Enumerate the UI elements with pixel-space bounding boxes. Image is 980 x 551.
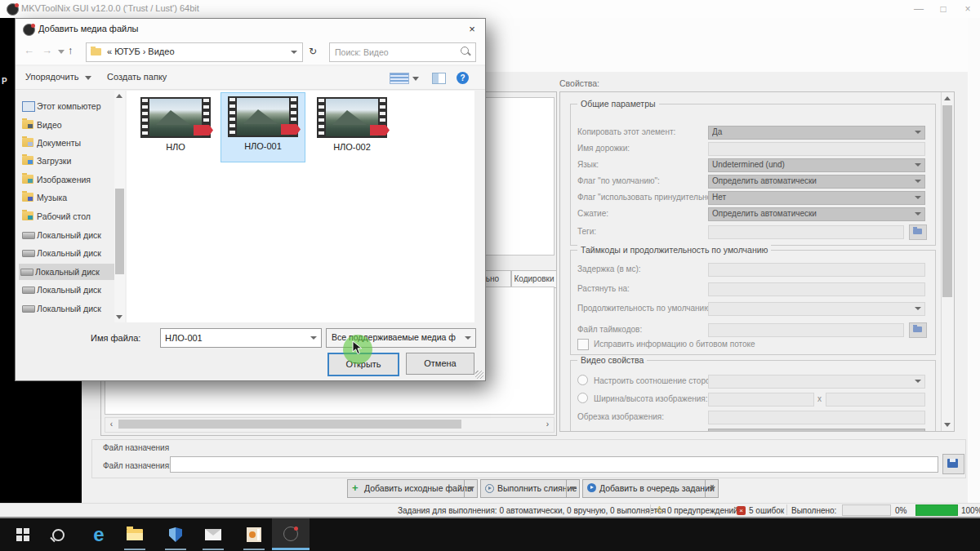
sidebar-item-downloads[interactable]: Загрузки [20,153,114,169]
disk-icon [20,269,33,276]
add-source-files-button[interactable]: + Добавить исходные файлы [347,479,478,498]
stretch-input[interactable] [708,282,925,296]
organize-menu[interactable]: Упорядочить [25,72,91,82]
scrollbar-thumb[interactable] [942,105,952,297]
dropdown-split[interactable] [464,480,477,497]
properties-panel: Общие параметры Копировать этот элемент:… [559,91,955,432]
history-chevron-icon[interactable] [58,50,65,54]
sidebar-item-music[interactable]: Музыка [20,189,114,206]
search-box[interactable] [329,42,476,62]
taskbar-photos-button[interactable] [240,518,268,551]
forward-icon[interactable]: → [42,44,52,56]
language-dropdown[interactable]: Undetermined (und) [708,158,925,172]
sidebar-item-documents[interactable]: Документы [20,135,114,151]
taskbar-edge-button[interactable] [85,518,113,551]
scroll-right-icon[interactable]: › [542,419,553,429]
filename-combo[interactable] [160,328,322,348]
horizontal-scrollbar[interactable]: ‹ › [105,417,555,433]
default-flag-dropdown[interactable]: Определить автоматически [708,175,925,189]
start-button[interactable] [8,518,38,551]
taskbar-shield-app-button[interactable] [162,518,189,551]
sidebar-scrollbar[interactable] [114,91,125,322]
compression-dropdown[interactable]: Определить автоматически [708,207,925,221]
track-name-input[interactable] [708,142,925,156]
file-item-nlo-002[interactable]: НЛО-002 [311,94,393,159]
dialog-titlebar[interactable]: Добавить медиа файлы × [16,19,485,40]
file-item-nlo[interactable]: НЛО [135,94,216,159]
play-badge-icon [370,125,390,136]
scrollbar-thumb[interactable] [118,420,461,429]
sidebar-item-local-disk-1[interactable]: Локальный диск [20,227,114,243]
delay-input[interactable] [708,263,925,277]
properties-scrollbar[interactable] [941,92,954,431]
scroll-down-icon[interactable] [116,315,122,319]
file-item-nlo-001-selected[interactable]: НЛО-001 [220,92,305,162]
timecodes-group: Таймкоды и продолжительность по умолчани… [570,250,936,355]
minimize-button[interactable]: — [906,0,931,18]
taskbar-mail-button[interactable] [199,518,227,551]
back-icon[interactable]: ← [24,44,34,56]
aspect-ratio-radio[interactable] [577,375,588,385]
sidebar-item-local-disk-3[interactable]: Локальный диск [19,264,125,280]
dropdown-split[interactable] [566,480,579,497]
taskbar-search-button[interactable] [44,518,72,551]
sidebar-item-local-disk-4[interactable]: Локальный диск [20,282,114,298]
up-icon[interactable]: ↑ [68,44,74,56]
close-button[interactable]: × [956,0,980,18]
scroll-left-icon[interactable]: ‹ [106,419,117,429]
forced-flag-dropdown[interactable]: Нет [708,191,925,205]
destination-browse-button[interactable] [942,454,964,474]
cropping-input[interactable] [708,411,925,424]
scroll-up-icon[interactable] [116,94,122,98]
sidebar-item-local-disk-2[interactable]: Локальный диск [20,245,114,261]
general-options-group: Общие параметры Копировать этот элемент:… [570,104,936,246]
chevron-down-icon[interactable] [291,51,297,54]
chevron-down-icon[interactable] [412,77,419,81]
scrollbar-thumb[interactable] [115,189,124,274]
maximize-button[interactable]: □ [931,0,956,18]
search-input[interactable] [333,45,457,60]
start-muxing-button[interactable]: Выполнить слияние [480,479,580,498]
new-folder-button[interactable]: Создать папку [107,72,167,82]
display-width-input[interactable] [708,393,814,407]
taskbar-mkvtoolnix-button-active[interactable] [272,518,310,549]
main-window-titlebar[interactable]: MKVToolNix GUI v12.0.0 ('Trust / Lust') … [0,0,980,18]
timecodes-browse-button[interactable] [909,322,927,338]
destination-group-title: Файл назначения [103,443,169,452]
copy-item-dropdown[interactable]: Да [708,126,925,140]
preview-pane-icon[interactable] [432,73,446,84]
breadcrumb[interactable]: « ЮТУБ › Видео [86,42,303,62]
tags-input[interactable] [708,225,904,239]
taskbar-explorer-button[interactable] [121,518,149,551]
stereoscopy-dropdown[interactable] [708,429,925,432]
add-to-job-queue-button[interactable]: Добавить в очередь заданий [582,479,719,498]
scroll-down-icon[interactable] [944,423,951,427]
tab-encodings[interactable]: Кодировки [511,270,557,288]
aspect-ratio-dropdown[interactable] [708,375,925,389]
help-icon[interactable]: ? [457,72,469,84]
refresh-icon[interactable]: ↻ [303,42,323,60]
dropdown-split[interactable] [705,480,718,497]
sidebar-item-desktop[interactable]: Рабочий стол [20,208,114,224]
default-duration-dropdown[interactable] [708,302,925,316]
sidebar-item-local-disk-5[interactable]: Локальный диск [20,300,114,317]
filename-input[interactable] [163,331,305,345]
sidebar-item-videos[interactable]: Видео [20,117,114,133]
tags-browse-button[interactable] [909,224,927,240]
open-app-indicator [124,549,145,550]
sidebar-item-this-pc[interactable]: Этот компьютер [20,98,114,114]
resize-grip[interactable] [475,371,483,379]
view-options-icon[interactable] [390,73,409,84]
display-height-input[interactable] [826,393,925,407]
chevron-down-icon [709,487,715,491]
sidebar-item-pictures[interactable]: Изображения [20,171,114,188]
chevron-down-icon[interactable] [310,336,317,340]
dialog-close-button[interactable]: × [459,19,485,40]
display-size-radio[interactable] [577,393,588,403]
cancel-button[interactable]: Отмена [406,353,474,375]
destination-file-input[interactable] [170,456,938,473]
fix-bitstream-checkbox[interactable] [577,339,589,350]
dialog-nav-bar: ← → ↑ « ЮТУБ › Видео ↻ [16,40,485,64]
timecodes-file-input[interactable] [708,323,904,337]
scroll-up-icon[interactable] [944,96,951,100]
